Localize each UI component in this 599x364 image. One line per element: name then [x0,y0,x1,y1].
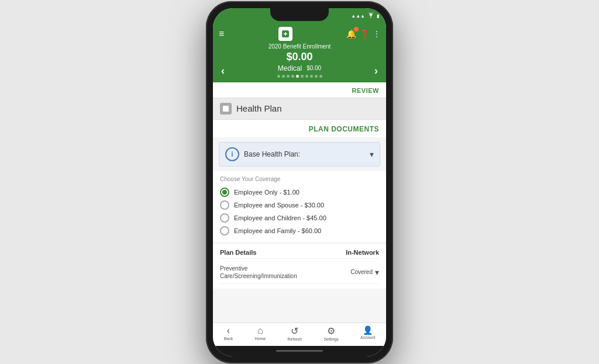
home-indicator [276,350,323,352]
review-bar: REVIEW [213,82,386,98]
home-label: Home [255,337,266,341]
coverage-option-4[interactable]: Employee and Family - $60.00 [220,224,379,237]
menu-icon[interactable]: ≡ [219,29,224,39]
coverage-label-3: Employee and Children - $45.00 [234,214,326,221]
notification-icon[interactable]: 🔔 [346,29,356,39]
back-label: Back [224,337,233,341]
coverage-section: Choose Your Coverage Employee Only - $1.… [213,171,386,242]
header-nav: ‹ Medical $0.00 [219,64,380,78]
status-icons: ▲▲▲ ▮ [351,13,379,20]
plan-documents-area: PLAN DOCUMENTS [213,120,386,137]
wifi-icon [367,13,374,20]
nav-dot-5 [296,75,299,78]
detail-row-1: PreventiveCare/Screening/Immunization Co… [220,261,379,284]
phone-screen: ▲▲▲ ▮ ≡ [213,8,386,356]
radio-button-3[interactable] [220,213,229,223]
app-header: ≡ 🔔 ❓ ⋮ 2020 Benefit Enrollment [213,25,386,82]
nav-dot-8 [310,75,313,78]
nav-amount: $0.00 [307,65,321,71]
phone-home-bar [213,346,386,356]
nav-label: Medical [278,64,302,72]
nav-dot-7 [305,75,308,78]
plan-details: Plan Details In-Network PreventiveCare/S… [213,244,386,289]
plan-details-header: Plan Details In-Network [220,249,379,259]
info-letter: i [231,150,233,158]
nav-dot-2 [282,75,285,78]
notification-badge [354,27,359,32]
settings-icon: ⚙ [327,325,335,337]
nav-dot-1 [277,75,280,78]
header-icons: 🔔 ❓ ⋮ [346,29,380,39]
account-label: Account [360,335,375,339]
nav-item-refresh[interactable]: ↺ Refresh [288,325,302,341]
coverage-option-3[interactable]: Employee and Children - $45.00 [220,212,379,224]
section-title: Health Plan [236,103,282,113]
coverage-title: Choose Your Coverage [220,176,379,182]
plan-info-icon: i [225,147,239,161]
battery-icon: ▮ [377,13,379,19]
header-title: 2020 Benefit Enrollment [219,43,380,50]
refresh-label: Refresh [288,337,302,341]
detail-value-1: Covered [350,269,373,275]
coverage-option-1[interactable]: Employee Only - $1.00 [220,186,379,199]
review-link[interactable]: REVIEW [352,87,379,94]
nav-dot-9 [315,75,318,78]
coverage-label-1: Employee Only - $1.00 [234,189,300,196]
header-top: ≡ 🔔 ❓ ⋮ [219,27,380,41]
detail-name-1: PreventiveCare/Screening/Immunization [220,265,350,280]
detail-value-wrap-1: Covered ▾ [350,268,379,277]
plan-documents-link[interactable]: PLAN DOCUMENTS [309,125,379,133]
detail-col1-label: Plan Details [220,249,256,256]
nav-dot-4 [291,75,294,78]
signal-icon: ▲▲▲ [351,13,365,19]
nav-next-arrow[interactable]: › [374,65,378,77]
plan-dropdown[interactable]: i Base Health Plan: ▾ [219,142,380,167]
nav-item-home[interactable]: ⌂ Home [255,325,266,341]
nav-center: Medical $0.00 [225,64,374,78]
header-amount: $0.00 [219,51,380,63]
account-icon: 👤 [363,325,373,335]
nav-dot-6 [301,75,304,78]
radio-button-2[interactable] [220,200,229,210]
more-icon[interactable]: ⋮ [373,30,380,38]
plan-dropdown-label: Base Health Plan: [244,150,365,158]
coverage-label-2: Employee and Spouse - $30.00 [234,202,324,209]
radio-button-4[interactable] [220,226,229,235]
nav-dot-3 [287,75,290,78]
coverage-label-4: Employee and Family - $60.00 [234,227,321,234]
settings-label: Settings [323,337,338,341]
app-logo [278,27,292,41]
nav-item-settings[interactable]: ⚙ Settings [323,325,338,341]
nav-item-account[interactable]: 👤 Account [360,325,375,341]
nav-dot-10 [319,75,322,78]
section-header: Health Plan [213,98,386,120]
home-icon: ⌂ [257,325,263,336]
bottom-nav: ‹ Back ⌂ Home ↺ Refresh ⚙ Settings 👤 Acc… [213,323,386,346]
radio-inner-1 [222,190,227,195]
coverage-option-2[interactable]: Employee and Spouse - $30.00 [220,199,379,212]
help-icon[interactable]: ❓ [360,29,370,39]
nav-dots [277,75,322,78]
refresh-icon: ↺ [291,325,298,337]
detail-expand-icon-1[interactable]: ▾ [375,268,379,277]
section-icon [220,103,232,115]
content-area: Health Plan PLAN DOCUMENTS i Base Health… [213,98,386,323]
phone-frame: ▲▲▲ ▮ ≡ [206,1,393,363]
svg-rect-1 [223,106,229,112]
phone-notch [270,8,329,21]
nav-item-back[interactable]: ‹ Back [224,325,233,341]
dropdown-arrow-icon: ▾ [370,150,374,159]
detail-col2-label: In-Network [346,249,379,256]
radio-button-1[interactable] [220,188,229,197]
back-icon: ‹ [227,325,230,336]
